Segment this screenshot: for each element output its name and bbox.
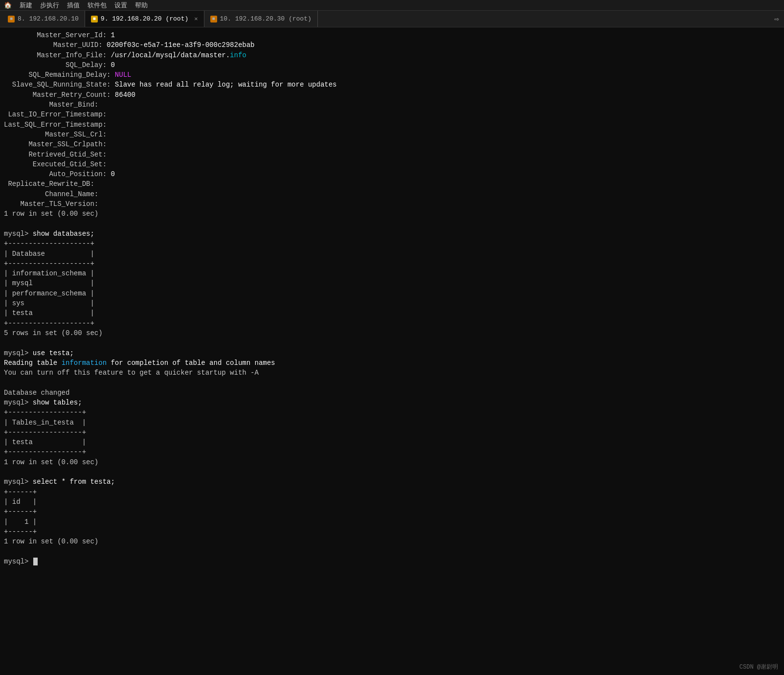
terminal-line: Last_SQL_Error_Timestamp: <box>4 120 780 130</box>
terminal-line: Master_SSL_Crlpath: <box>4 139 780 149</box>
terminal-line <box>4 378 780 387</box>
terminal-line: Last_IO_Error_Timestamp: <box>4 110 780 119</box>
menu-item-help[interactable]: 帮助 <box>135 1 148 10</box>
terminal-line: Replicate_Rewrite_DB: <box>4 179 780 189</box>
menu-item-insert[interactable]: 插值 <box>67 1 80 10</box>
menu-item-settings[interactable]: 设置 <box>114 1 127 10</box>
terminal-line: | sys | <box>4 298 780 308</box>
terminal-line: mysql> <box>4 557 780 566</box>
tab-1-label: 8. 192.168.20.10 <box>18 15 79 22</box>
terminal-line: +------------------+ <box>4 447 780 457</box>
tab-1-icon: ■ <box>8 16 15 22</box>
terminal-line: 1 row in set (0.00 sec) <box>4 209 780 219</box>
menu-item-new[interactable]: 新建 <box>20 1 32 10</box>
info-link: info <box>230 51 246 59</box>
terminal-line: You can turn off this feature to get a q… <box>4 368 780 378</box>
terminal-line: Master_Server_Id: 1 <box>4 30 780 40</box>
terminal-line: Reading table information for completion… <box>4 358 780 368</box>
terminal-line: | testa | <box>4 308 780 318</box>
terminal-line: | performance_schema | <box>4 289 780 298</box>
terminal-line: | mysql | <box>4 278 780 288</box>
terminal-line: 5 rows in set (0.00 sec) <box>4 328 780 338</box>
terminal-line: | information_schema | <box>4 269 780 278</box>
terminal-line: Auto_Position: 0 <box>4 169 780 179</box>
terminal-line: Master_Retry_Count: 86400 <box>4 90 780 100</box>
terminal-line: mysql> show databases; <box>4 229 780 239</box>
menu-item-step[interactable]: 步执行 <box>40 1 59 10</box>
terminal-line: 1 row in set (0.00 sec) <box>4 537 780 546</box>
terminal-line: +--------------------+ <box>4 318 780 328</box>
terminal-line: +------+ <box>4 507 780 517</box>
tab-nav-button[interactable]: ⇨ <box>769 14 784 24</box>
information-link: information <box>62 359 107 367</box>
terminal-line: | testa | <box>4 437 780 447</box>
terminal-line: | 1 | <box>4 517 780 527</box>
terminal-line: Master_UUID: 0200f03c-e5a7-11ee-a3f9-000… <box>4 40 780 50</box>
terminal-line: SQL_Delay: 0 <box>4 60 780 70</box>
terminal-line: | id | <box>4 497 780 507</box>
terminal-line <box>4 467 780 477</box>
terminal-line: Master_Info_File: /usr/local/mysql/data/… <box>4 50 780 60</box>
tab-1[interactable]: ■ 8. 192.168.20.10 <box>2 11 85 27</box>
tab-2[interactable]: ■ 9. 192.168.20.20 (root) ✕ <box>85 11 204 27</box>
tab-2-icon: ■ <box>91 16 98 22</box>
terminal-line: 1 row in set (0.00 sec) <box>4 457 780 467</box>
menu-home-icon[interactable]: 🏠 <box>4 1 12 9</box>
terminal-line: +------------------+ <box>4 407 780 417</box>
terminal-line: Master_Bind: <box>4 100 780 110</box>
tab-3[interactable]: ■ 10. 192.168.20.30 (root) <box>204 11 318 27</box>
terminal-line: Slave_SQL_Running_State: Slave has read … <box>4 80 780 90</box>
terminal-line: +------+ <box>4 527 780 537</box>
terminal-line: +--------------------+ <box>4 259 780 269</box>
terminal-line: Channel_Name: <box>4 189 780 199</box>
cursor <box>33 558 38 565</box>
terminal-line: Master_SSL_Crl: <box>4 130 780 139</box>
terminal-line: +--------------------+ <box>4 239 780 248</box>
terminal-line: mysql> use testa; <box>4 348 780 358</box>
tab-2-close[interactable]: ✕ <box>194 16 198 22</box>
terminal-line: +------+ <box>4 487 780 497</box>
terminal-line <box>4 546 780 556</box>
tab-3-label: 10. 192.168.20.30 (root) <box>220 15 312 22</box>
terminal-line <box>4 338 780 348</box>
terminal-line: Master_TLS_Version: <box>4 199 780 209</box>
tab-bar: ■ 8. 192.168.20.10 ■ 9. 192.168.20.20 (r… <box>0 11 784 27</box>
terminal-line: mysql> show tables; <box>4 398 780 407</box>
terminal-line: Retrieved_Gtid_Set: <box>4 150 780 159</box>
terminal-line: SQL_Remaining_Delay: NULL <box>4 70 780 80</box>
terminal: Master_Server_Id: 1 Master_UUID: 0200f03… <box>0 27 784 675</box>
terminal-line: | Tables_in_testa | <box>4 418 780 428</box>
tab-3-icon: ■ <box>210 16 217 22</box>
menu-item-pkg[interactable]: 软件包 <box>88 1 107 10</box>
terminal-line: +------------------+ <box>4 428 780 437</box>
tab-2-label: 9. 192.168.20.20 (root) <box>101 15 188 22</box>
terminal-line: mysql> select * from testa; <box>4 477 780 487</box>
terminal-line: Database changed <box>4 388 780 398</box>
watermark: CSDN @谢尉明 <box>739 663 778 671</box>
terminal-line: | Database | <box>4 249 780 259</box>
terminal-line <box>4 219 780 229</box>
terminal-line: Executed_Gtid_Set: <box>4 159 780 169</box>
menu-bar: 🏠 新建 步执行 插值 软件包 设置 帮助 <box>0 0 784 11</box>
